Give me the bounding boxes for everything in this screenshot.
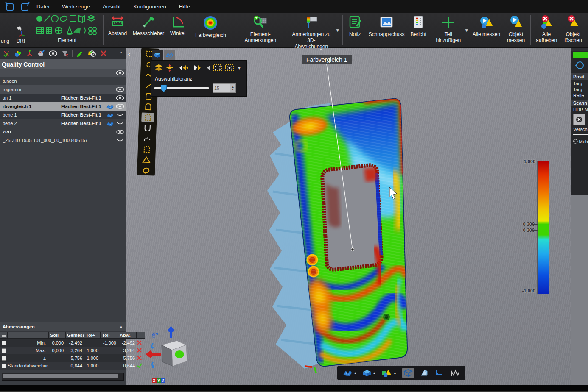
- 3d-viewport[interactable]: ‹: [126, 47, 571, 385]
- eye-open-icon[interactable]: [116, 95, 124, 100]
- notiz-button[interactable]: Notiz: [344, 13, 366, 47]
- 3d-viewport-canvas[interactable]: [126, 47, 571, 385]
- tree-row-messungen[interactable]: tungen: [0, 77, 126, 85]
- tolerance-slider[interactable]: [154, 87, 209, 89]
- target-label[interactable]: Targ: [571, 80, 588, 86]
- menu-datei[interactable]: Datei: [36, 3, 49, 10]
- prev-selection-icon[interactable]: [178, 64, 189, 72]
- link-objects-icon[interactable]: [87, 50, 96, 57]
- measurements-collapse-icon[interactable]: ▲: [119, 325, 123, 329]
- hdr-mode-label[interactable]: HDR N: [571, 106, 588, 112]
- tab-mesh-select[interactable]: [164, 50, 175, 60]
- messschieber-button[interactable]: Messschieber: [130, 13, 167, 47]
- select-ushape-icon[interactable]: [141, 123, 154, 133]
- shutter-cancel-button[interactable]: [573, 114, 585, 125]
- drf-button[interactable]: DRF: [15, 25, 28, 44]
- shrink-selection-icon[interactable]: [224, 64, 235, 72]
- filter-icon[interactable]: [61, 50, 69, 57]
- tree-row-netze[interactable]: zen: [0, 128, 126, 136]
- schnappschuss-button[interactable]: Schnappschuss: [366, 13, 408, 47]
- menu-ansicht[interactable]: Ansicht: [103, 3, 121, 10]
- panel-collapse-chevron[interactable]: ‹: [128, 51, 130, 57]
- bericht-button[interactable]: Bericht: [407, 13, 429, 47]
- abstand-button[interactable]: Abstand: [105, 13, 130, 47]
- wireframe-box-button[interactable]: [402, 368, 414, 378]
- tree-row-scan1[interactable]: an 1Flächen Best-Fit 1: [0, 94, 126, 102]
- row-checkbox[interactable]: [2, 348, 6, 353]
- tolerance-input[interactable]: [213, 84, 230, 92]
- anmerkungen-3d-dropdown[interactable]: ▼: [336, 28, 340, 33]
- eye-open-icon[interactable]: [116, 87, 124, 92]
- back-icon[interactable]: [206, 64, 211, 72]
- scan-device-icon[interactable]: [573, 60, 586, 71]
- paint-icon[interactable]: [37, 50, 45, 57]
- select-triangle-icon[interactable]: [140, 155, 153, 164]
- teil-hinzufuegen-dropdown[interactable]: ▼: [465, 28, 469, 33]
- alle-aufheben-button[interactable]: Alle aufheben: [532, 13, 560, 47]
- box-display-button[interactable]: ▲: [362, 369, 376, 377]
- teil-hinzufuegen-button[interactable]: Teil hinzufügen: [433, 13, 464, 47]
- select-dshape-dashed-icon[interactable]: [140, 144, 154, 154]
- eye-open-icon[interactable]: [116, 104, 124, 109]
- objects-icon[interactable]: [14, 50, 22, 57]
- tree-row-root[interactable]: [0, 69, 126, 77]
- navigation-cube[interactable]: [146, 326, 192, 377]
- rotate-down-icon[interactable]: [152, 362, 154, 367]
- section-tool-button[interactable]: [434, 369, 445, 377]
- tree-row-part-file[interactable]: _25-310-1935-101_000_00_1000406157: [0, 136, 126, 145]
- rotate-up-icon[interactable]: [151, 343, 153, 348]
- winkel-button[interactable]: Winkel: [167, 13, 188, 47]
- compress-layers-icon[interactable]: [165, 64, 174, 72]
- target-reflection-label-1[interactable]: Targ: [571, 86, 588, 92]
- more-options-button[interactable]: Meh: [571, 135, 588, 144]
- select-dshape2-icon[interactable]: [142, 102, 155, 111]
- tree-row-ebene1[interactable]: bene 1Flächen Best-Fit 1: [0, 111, 126, 119]
- select-blob-icon[interactable]: [140, 165, 153, 175]
- prism-display-button[interactable]: [420, 369, 429, 377]
- tree-row-ebene2[interactable]: bene 2Flächen Best-Fit 1: [0, 119, 126, 128]
- view-cube[interactable]: [162, 341, 187, 366]
- mesh-display-button[interactable]: ▲: [342, 369, 357, 377]
- alignment-icon[interactable]: [25, 50, 34, 57]
- tree-toolbar-collapse-icon[interactable]: ⌃: [120, 51, 123, 56]
- visibility-icon[interactable]: [48, 50, 58, 57]
- menu-werkzeuge[interactable]: Werkzeuge: [62, 3, 90, 10]
- row-checkbox[interactable]: [2, 341, 6, 345]
- element-icon-grid[interactable]: [35, 14, 99, 37]
- measurements-h-scrollbar[interactable]: [2, 373, 124, 381]
- tolerance-slider-handle[interactable]: [161, 85, 167, 92]
- row-checkbox[interactable]: [2, 364, 6, 368]
- edit-icon[interactable]: [76, 50, 84, 57]
- ung-label[interactable]: ung: [1, 38, 9, 44]
- delete-icon[interactable]: [99, 50, 108, 57]
- next-selection-icon[interactable]: [191, 64, 202, 72]
- annotation-farbvergleich[interactable]: Farbvergleich 1: [302, 55, 352, 64]
- eye-open-icon[interactable]: [116, 130, 124, 134]
- measurement-row-stddev[interactable]: Standardabweichung 0,644 1,000 0,644: [0, 362, 126, 370]
- spin-down-icon[interactable]: ▼: [230, 88, 235, 91]
- select-arc-icon[interactable]: [140, 133, 154, 143]
- primitives-display-button[interactable]: ▲: [381, 369, 397, 377]
- histogram-button[interactable]: [450, 369, 460, 377]
- tree-row-programm[interactable]: rogramm: [0, 85, 126, 94]
- menu-konfigurieren[interactable]: Konfigurieren: [134, 3, 166, 10]
- selection-toolbar-dropdown[interactable]: ▼: [237, 66, 241, 70]
- select-dshape-active-icon[interactable]: [141, 112, 154, 122]
- anmerkungen-3d-button[interactable]: Anmerkungen zu 3D-Abweichungen: [288, 13, 335, 47]
- row-checkbox[interactable]: [2, 356, 6, 361]
- tree-row-farbvergleich1[interactable]: rbvergleich 1Flächen Best-Fit 1: [0, 102, 126, 111]
- alle-messen-button[interactable]: Alle messen: [470, 13, 503, 47]
- undo-view-icon[interactable]: [4, 1, 15, 11]
- expand-selection-icon[interactable]: [213, 64, 223, 72]
- element-anmerkungen-button[interactable]: Element-Anmerkungen: [233, 13, 288, 47]
- measurement-row-plusminus[interactable]: ± 5,756 1,000 5,756: [0, 354, 126, 362]
- eye-closed-icon[interactable]: [116, 113, 124, 117]
- farbvergleich-button[interactable]: Farbvergleich: [192, 13, 229, 47]
- objekt-messen-button[interactable]: Objekt messen: [503, 13, 529, 47]
- layers-icon[interactable]: [154, 64, 163, 72]
- measurement-row-min[interactable]: Min. 0,000 -2,492 -1,000 -2,492: [0, 339, 126, 347]
- toggle-fail-icon[interactable]: [3, 50, 11, 57]
- menu-hilfe[interactable]: Hilfe: [179, 3, 190, 10]
- eye-closed-icon[interactable]: [116, 121, 124, 125]
- tab-box-select[interactable]: [152, 50, 163, 60]
